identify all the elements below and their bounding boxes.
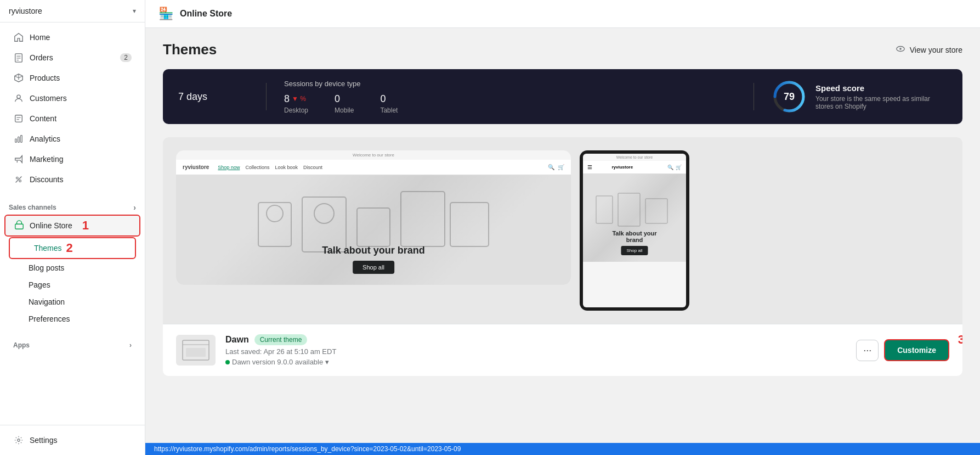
eye-icon bbox=[896, 44, 905, 55]
theme-saved-text: Last saved: Apr 26 at 5:10 am EDT bbox=[225, 347, 856, 356]
mobile-hero-title: Talk about yourbrand bbox=[612, 230, 656, 243]
preferences-label: Preferences bbox=[29, 314, 70, 323]
tablet-label: Tablet bbox=[380, 106, 398, 114]
speed-circle: 79 bbox=[772, 79, 807, 114]
sidebar-item-blog-posts[interactable]: Blog posts bbox=[4, 260, 140, 276]
marketing-icon bbox=[13, 154, 24, 165]
mock-browser: Welcome to our store ryviustore Shop now… bbox=[176, 150, 571, 285]
hero-shop-all-button[interactable]: Shop all bbox=[353, 261, 394, 274]
nav-link-4: Discount bbox=[303, 165, 322, 170]
mobile-sessions: 0 Mobile bbox=[335, 93, 354, 114]
desktop-value: 8 ▼ % bbox=[284, 93, 308, 105]
pages-label: Pages bbox=[29, 280, 50, 289]
svg-rect-21 bbox=[302, 197, 346, 252]
version-chevron[interactable]: ▾ bbox=[325, 358, 329, 366]
customers-icon bbox=[13, 93, 24, 104]
more-options-button[interactable]: ··· bbox=[856, 340, 879, 361]
mobile-hero-overlay: Talk about yourbrand Shop all bbox=[612, 230, 656, 255]
theme-info-row: Dawn Current theme Last saved: Apr 26 at… bbox=[163, 324, 962, 376]
mock-hero-overlay: Talk about your brand Shop all bbox=[322, 245, 425, 274]
sidebar-item-products[interactable]: Products bbox=[4, 68, 140, 88]
nav-link-3: Look book bbox=[275, 165, 298, 170]
svg-rect-9 bbox=[18, 137, 20, 142]
content-area: Themes View your store 7 days Sessions b… bbox=[145, 28, 980, 443]
svg-point-12 bbox=[19, 180, 21, 182]
theme-preview-container: Welcome to our store ryviustore Shop now… bbox=[163, 137, 962, 324]
sidebar-item-preferences[interactable]: Preferences bbox=[4, 311, 140, 327]
customize-button[interactable]: Customize bbox=[884, 339, 949, 361]
svg-rect-31 bbox=[186, 348, 206, 357]
orders-badge: 2 bbox=[120, 53, 132, 62]
mobile-label: Mobile bbox=[335, 106, 354, 114]
trend-down-icon: ▼ % bbox=[292, 95, 306, 103]
apps-expand-icon[interactable]: › bbox=[129, 341, 132, 349]
svg-rect-24 bbox=[401, 192, 445, 246]
sidebar-item-online-store[interactable]: Online Store 1 bbox=[4, 215, 140, 237]
svg-point-16 bbox=[899, 48, 902, 50]
speed-section: 79 Speed score Your store is the same sp… bbox=[772, 79, 947, 114]
mock-nav-icons: 🔍 🛒 bbox=[548, 164, 564, 170]
sidebar-item-marketing[interactable]: Marketing bbox=[4, 149, 140, 169]
tablet-sessions: 0 Tablet bbox=[380, 93, 398, 114]
svg-rect-5 bbox=[15, 115, 22, 122]
stats-divider bbox=[266, 83, 267, 110]
sidebar-item-navigation[interactable]: Navigation bbox=[4, 294, 140, 310]
sidebar-item-settings[interactable]: Settings bbox=[4, 430, 140, 450]
chevron-down-icon: ▾ bbox=[133, 7, 136, 15]
page-header: Themes View your store bbox=[163, 41, 962, 58]
mock-nav-links: Shop now Collections Look book Discount bbox=[218, 165, 322, 170]
cart-icon: 🛒 bbox=[558, 164, 564, 170]
mobile-nav-icons: 🔍 🛒 bbox=[667, 165, 682, 170]
version-dot bbox=[225, 360, 230, 364]
view-store-button[interactable]: View your store bbox=[896, 44, 962, 55]
online-store-topbar-icon: 🏪 bbox=[158, 7, 173, 21]
navigation-label: Navigation bbox=[29, 297, 65, 306]
settings-icon bbox=[13, 435, 24, 446]
mobile-header-text: Welcome to our store bbox=[583, 154, 686, 161]
content-icon bbox=[13, 113, 24, 124]
speed-desc: Your store is the same speed as similar … bbox=[815, 95, 947, 110]
mock-store-logo: ryviustore bbox=[183, 164, 209, 170]
svg-rect-10 bbox=[21, 136, 22, 143]
svg-point-14 bbox=[18, 439, 20, 442]
store-selector[interactable]: ryviustore ▾ bbox=[0, 0, 145, 23]
sales-channels-section: Sales channels › Online Store 1 Themes 2… bbox=[0, 194, 145, 332]
svg-rect-28 bbox=[645, 199, 667, 223]
products-icon bbox=[13, 72, 24, 83]
sidebar-item-orders[interactable]: Orders 2 bbox=[4, 48, 140, 68]
svg-point-4 bbox=[17, 95, 20, 98]
sidebar-item-discounts-label: Discounts bbox=[30, 175, 63, 184]
home-icon bbox=[13, 32, 24, 43]
view-store-label: View your store bbox=[910, 46, 962, 54]
sidebar-item-content[interactable]: Content bbox=[4, 109, 140, 128]
sidebar-item-analytics[interactable]: Analytics bbox=[4, 129, 140, 149]
desktop-label: Desktop bbox=[284, 106, 308, 114]
sessions-values: 8 ▼ % Desktop 0 Mobile 0 Tablet bbox=[284, 93, 736, 114]
stats-period: 7 days bbox=[178, 91, 222, 103]
hero-title: Talk about your brand bbox=[322, 245, 425, 256]
mobile-store-logo: ryviustore bbox=[611, 165, 633, 170]
expand-icon[interactable]: › bbox=[133, 203, 136, 212]
sidebar-item-home[interactable]: Home bbox=[4, 27, 140, 47]
mobile-device-frame: Welcome to our store ☰ ryviustore 🔍 🛒 bbox=[580, 150, 689, 311]
sidebar-item-customers[interactable]: Customers bbox=[4, 88, 140, 108]
svg-point-20 bbox=[267, 205, 283, 222]
theme-name-row: Dawn Current theme bbox=[225, 334, 856, 345]
orders-icon bbox=[13, 52, 24, 63]
theme-details: Dawn Current theme Last saved: Apr 26 at… bbox=[225, 334, 856, 366]
sidebar-item-analytics-label: Analytics bbox=[30, 134, 60, 143]
sidebar-item-themes[interactable]: Themes 2 bbox=[9, 237, 136, 259]
store-name: ryviustore bbox=[9, 7, 42, 15]
apps-section: Apps › bbox=[0, 332, 145, 358]
mobile-shop-all-button[interactable]: Shop all bbox=[621, 246, 648, 255]
sidebar-item-pages[interactable]: Pages bbox=[4, 277, 140, 293]
settings-label: Settings bbox=[30, 436, 58, 445]
svg-rect-25 bbox=[450, 203, 489, 246]
current-theme-badge: Current theme bbox=[254, 334, 308, 345]
top-bar-title: Online Store bbox=[180, 9, 232, 19]
nav-link-1: Shop now bbox=[218, 165, 240, 170]
sidebar-item-discounts[interactable]: Discounts bbox=[4, 170, 140, 189]
speed-title: Speed score bbox=[815, 83, 947, 93]
theme-preview-section: Welcome to our store ryviustore Shop now… bbox=[163, 137, 962, 376]
settings-section: Settings bbox=[0, 425, 145, 455]
